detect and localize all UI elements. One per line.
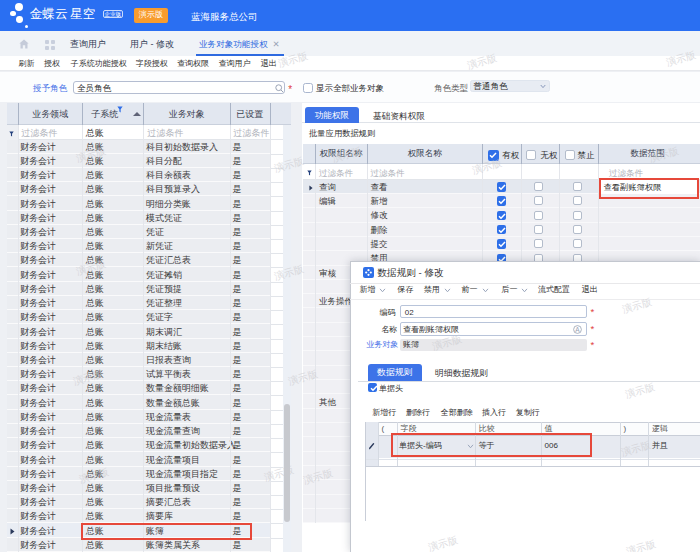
svg-text:A: A: [575, 325, 580, 332]
